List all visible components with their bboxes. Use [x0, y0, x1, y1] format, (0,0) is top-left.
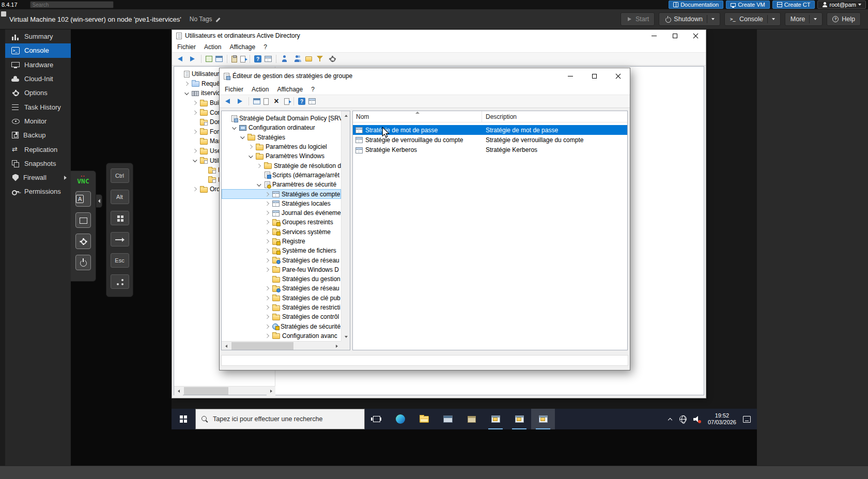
vnc-toolbar-collapse-handle[interactable] [96, 194, 102, 208]
tree-item[interactable]: Stratégies de sécurité [222, 322, 341, 331]
toolbar-separator[interactable] [276, 55, 276, 63]
vnc-power-button[interactable] [75, 255, 91, 270]
create-vm-button[interactable]: Create VM [726, 1, 770, 9]
gpo-list-row[interactable]: Stratégie de mot de passe Stratégie de m… [353, 125, 627, 135]
expand-chevron-icon[interactable] [265, 323, 270, 329]
sidebar-item-task-history[interactable]: Task History [5, 100, 71, 114]
expand-chevron-icon[interactable] [265, 333, 270, 338]
gpo-titlebar[interactable]: Éditeur de gestion des stratégies de gro… [220, 68, 630, 84]
console-button[interactable]: Console [724, 12, 781, 26]
minimize-button[interactable] [644, 30, 664, 41]
help-icon[interactable] [298, 98, 305, 105]
expand-chevron-icon[interactable] [192, 138, 198, 144]
expand-chevron-icon[interactable] [265, 305, 270, 311]
add-ou-icon[interactable] [305, 56, 312, 61]
tree-item[interactable]: Stratégie Default Domain Policy [SRV-A [222, 114, 341, 123]
vnc-key-ctrl[interactable]: Ctrl [111, 168, 129, 183]
clipboard-icon[interactable] [231, 56, 237, 63]
scroll-left-icon[interactable] [174, 387, 183, 395]
tree-item[interactable]: Stratégies de contrôl [222, 312, 341, 321]
tree-item[interactable]: Système de fichiers [222, 246, 341, 255]
edit-pencil-icon[interactable] [215, 17, 221, 22]
tree-item[interactable]: Services système [222, 227, 341, 237]
tree-item[interactable]: Stratégies de réseau s [222, 284, 341, 293]
aduc-horizontal-scrollbar[interactable] [174, 386, 275, 395]
vnc-fullscreen-button[interactable] [75, 212, 91, 228]
expand-chevron-icon[interactable] [184, 81, 190, 86]
export-icon[interactable] [206, 56, 212, 62]
sidebar-item-replication[interactable]: Replication [5, 142, 71, 156]
taskbar-clock[interactable]: 19:52 07/03/2026 [708, 412, 736, 426]
vnc-key-extra-keys[interactable] [111, 274, 129, 289]
sidebar-item-hardware[interactable]: Hardware [5, 58, 71, 72]
sidebar-item-backup[interactable]: Backup [5, 128, 71, 142]
properties-icon[interactable] [264, 98, 269, 105]
expand-chevron-icon[interactable] [256, 163, 262, 168]
list-view-icon[interactable] [308, 98, 316, 104]
sidebar-item-firewall[interactable]: Firewall [5, 171, 71, 184]
more-button[interactable]: More [785, 12, 823, 26]
expand-chevron-icon[interactable] [265, 276, 270, 282]
minimize-button[interactable] [559, 68, 582, 84]
scroll-right-icon[interactable] [332, 342, 341, 350]
back-icon[interactable] [175, 54, 184, 64]
mmc-window-button[interactable] [531, 409, 555, 429]
expand-chevron-icon[interactable] [265, 191, 270, 197]
expand-chevron-icon[interactable] [265, 200, 270, 206]
show-console-tree-icon[interactable] [215, 56, 223, 62]
delete-icon[interactable] [272, 97, 281, 106]
scroll-down-icon[interactable] [342, 332, 350, 341]
tree-item[interactable]: Configuration ordinateur [222, 123, 341, 132]
tree-item[interactable]: Stratégies de réseau f [222, 255, 341, 265]
tree-item[interactable]: Registre [222, 237, 341, 246]
windows-desktop[interactable]: Utilisateurs et ordinateurs Active Direc… [172, 29, 757, 429]
expand-chevron-icon[interactable] [248, 153, 254, 159]
help-button[interactable]: Help [827, 12, 861, 26]
vnc-key-tab[interactable] [111, 232, 129, 246]
toolbar-separator[interactable] [249, 97, 249, 105]
expand-chevron-icon[interactable] [200, 167, 206, 173]
menu-aide[interactable]: ? [259, 43, 271, 51]
shutdown-button[interactable]: Shutdown [659, 12, 720, 26]
network-icon[interactable] [679, 415, 687, 423]
close-button[interactable] [685, 30, 706, 41]
expand-chevron-icon[interactable] [192, 148, 198, 154]
task-view-button[interactable] [365, 409, 389, 429]
expand-chevron-icon[interactable] [184, 90, 190, 96]
sidebar-item-summary[interactable]: Summary [5, 29, 71, 43]
toolbar-separator[interactable] [227, 55, 227, 63]
sidebar-item-console[interactable]: Console [5, 43, 71, 57]
tree-item[interactable]: Journal des événeme [222, 208, 341, 218]
expand-chevron-icon[interactable] [265, 257, 270, 263]
scrollbar-thumb[interactable] [231, 342, 293, 350]
vnc-console[interactable]: Utilisateurs et ordinateurs Active Direc… [71, 29, 757, 466]
tree-item[interactable]: Configuration avanc [222, 331, 341, 341]
taskbar-search-input[interactable] [213, 415, 359, 423]
menu-fichier[interactable]: Fichier [173, 43, 200, 51]
expand-chevron-icon[interactable] [265, 295, 270, 301]
expand-chevron-icon[interactable] [192, 110, 198, 115]
sidebar-item-options[interactable]: Options [5, 86, 71, 100]
vnc-key-windows[interactable] [111, 211, 129, 225]
add-group-icon[interactable] [293, 54, 302, 64]
expand-chevron-icon[interactable] [265, 314, 270, 320]
scroll-up-icon[interactable] [342, 111, 350, 120]
gpo-horizontal-scrollbar[interactable] [222, 341, 341, 350]
expand-chevron-icon[interactable] [192, 100, 198, 106]
tree-item[interactable]: Paramètres du logiciel [222, 142, 341, 151]
edge-button[interactable] [389, 409, 412, 429]
tree-item[interactable]: Paramètres Windows [222, 151, 341, 161]
tree-item[interactable]: Stratégies de clé pub [222, 293, 341, 303]
scroll-left-icon[interactable] [222, 342, 230, 350]
mmc-window-button[interactable] [484, 409, 507, 429]
tree-item[interactable]: Stratégies locales [222, 199, 341, 208]
export-list-icon[interactable] [284, 98, 289, 105]
user-menu-button[interactable]: root@pam [817, 1, 866, 9]
expand-chevron-icon[interactable] [192, 119, 198, 125]
export-list-icon[interactable] [240, 56, 245, 63]
volume-muted-icon[interactable] [693, 416, 701, 423]
action-center-icon[interactable] [743, 416, 751, 423]
expand-chevron-icon[interactable] [192, 187, 198, 192]
toolbar-separator[interactable] [293, 97, 294, 105]
expand-chevron-icon[interactable] [176, 71, 181, 77]
